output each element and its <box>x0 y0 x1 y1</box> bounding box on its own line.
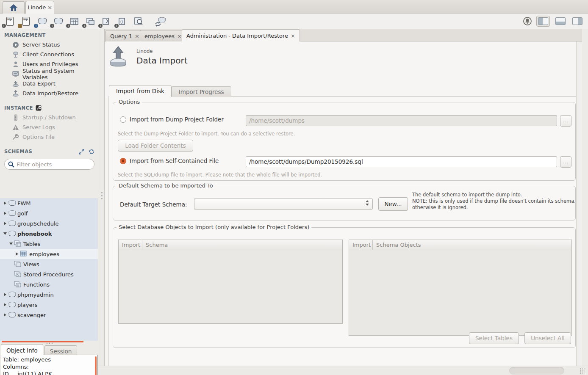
tab-object-info[interactable]: Object Info <box>1 344 43 355</box>
column-header-schema-objects[interactable]: Schema Objects <box>373 240 424 250</box>
chevron-right-icon[interactable] <box>14 252 19 256</box>
info-panel-scrollbar[interactable] <box>95 356 97 375</box>
dump-folder-input[interactable] <box>246 115 557 126</box>
close-icon[interactable]: × <box>135 33 139 39</box>
tree-item-golf[interactable]: golf <box>0 208 98 218</box>
browse-file-button[interactable]: ... <box>560 156 571 168</box>
search-table-data-icon[interactable] <box>132 16 145 27</box>
chevron-down-icon[interactable] <box>2 232 8 235</box>
tree-item-functions[interactable]: () Functions <box>0 279 98 290</box>
toggle-bottom-panel-button[interactable] <box>554 16 567 26</box>
column-header-import[interactable]: Import <box>349 240 373 250</box>
create-procedure-icon[interactable]: + <box>100 16 113 27</box>
tree-item-groupschedule[interactable]: groupSchedule <box>0 218 98 229</box>
schema-filter-input[interactable] <box>17 161 91 168</box>
schemas-header: SCHEMAS <box>0 142 99 156</box>
connection-tab[interactable]: Linode × <box>25 1 54 14</box>
toggle-right-sidebar-button[interactable] <box>571 16 584 26</box>
tab-query-1[interactable]: Query 1 × <box>105 30 144 41</box>
schema-table[interactable]: Import Schema <box>118 240 343 324</box>
notifications-icon[interactable] <box>523 17 532 26</box>
schema-objects-table[interactable]: Import Schema Objects <box>349 240 572 336</box>
default-target-schema-label: Default Target Schema: <box>120 201 187 208</box>
default-schema-note: The default schema to import the dump in… <box>412 192 576 211</box>
file-help-text: Select the SQL/dump file to import. Plea… <box>118 172 322 178</box>
objects-legend: Select Database Objects to Import (only … <box>116 224 311 230</box>
page-title: Data Import <box>136 55 188 66</box>
create-function-icon[interactable]: () + <box>116 16 129 27</box>
search-icon <box>8 161 14 168</box>
tree-item-scavenger[interactable]: scavenger <box>0 310 98 320</box>
sidebar-splitter[interactable] <box>99 29 105 366</box>
sidebar-item-client-connections[interactable]: Client Connections <box>0 50 99 59</box>
sidebar-item-startup-shutdown[interactable]: Startup / Shutdown <box>0 113 99 122</box>
chevron-right-icon[interactable] <box>2 201 8 205</box>
object-info-panel: Table: employees Columns: ID int(11) AI … <box>1 355 98 375</box>
tree-item-phonebook[interactable]: phonebook <box>0 229 98 239</box>
tab-session[interactable]: Session <box>44 345 78 355</box>
refresh-schemas-icon[interactable] <box>89 149 94 154</box>
tree-item-fwm[interactable]: FWM <box>0 198 98 208</box>
tree-item-views[interactable]: Views <box>0 259 98 269</box>
options-legend: Options <box>116 99 142 105</box>
sidebar-item-server-logs[interactable]: Server Logs <box>0 122 99 132</box>
new-sql-tab-icon[interactable]: SQL + <box>3 16 16 27</box>
import-file-radio[interactable] <box>120 158 126 164</box>
chevron-right-icon[interactable] <box>2 313 8 317</box>
browse-folder-button[interactable]: ... <box>560 115 571 127</box>
toggle-left-sidebar-button[interactable] <box>536 16 550 27</box>
default-target-schema-select[interactable] <box>194 198 373 210</box>
home-tab[interactable] <box>3 1 25 14</box>
create-schema-icon[interactable]: + <box>52 16 64 27</box>
default-schema-legend: Default Schema to be Imported To <box>116 182 215 189</box>
chevron-right-icon[interactable] <box>2 293 8 296</box>
sidebar-item-label: Server Status <box>22 41 60 48</box>
schema-inspector-icon[interactable]: i <box>36 16 48 27</box>
sidebar-item-label: Data Import/Restore <box>22 90 78 97</box>
close-icon[interactable]: × <box>177 33 182 39</box>
create-table-icon[interactable]: + <box>68 16 80 27</box>
reconnect-database-icon[interactable] <box>154 16 167 27</box>
tab-administration-data-import[interactable]: Administration - Data Import/Restore × <box>182 29 300 41</box>
tree-item-phpmyadmin[interactable]: phpmyadmin <box>0 290 98 300</box>
sidebar-item-label: Startup / Shutdown <box>22 114 76 121</box>
instance-wrench-icon <box>36 105 42 111</box>
window-resize-grip[interactable] <box>580 368 586 374</box>
sidebar-item-options-file[interactable]: Options File <box>0 132 99 142</box>
sidebar: MANAGEMENT Server Status Client Connecti… <box>0 29 99 366</box>
tab-import-from-disk[interactable]: Import from Disk <box>109 85 172 97</box>
tree-item-players[interactable]: players <box>0 300 98 310</box>
import-folder-radio[interactable] <box>120 116 126 123</box>
schema-icon <box>8 210 16 217</box>
import-file-radio-label: Import from Self-Contained File <box>130 157 219 164</box>
tree-resize-highlight <box>2 341 83 342</box>
sidebar-item-data-import-restore[interactable]: Data Import/Restore <box>0 88 99 98</box>
sidebar-item-status-system-variables[interactable]: Status and System Variables <box>0 69 99 79</box>
select-tables-button[interactable]: Select Tables <box>469 332 519 344</box>
chevron-down-icon[interactable] <box>8 243 14 245</box>
tree-item-stored-procedures[interactable]: Stored Procedures <box>0 269 98 279</box>
objects-buttons: Select Tables Unselect All <box>469 332 571 344</box>
sidebar-item-server-status[interactable]: Server Status <box>0 40 99 50</box>
column-header-import[interactable]: Import <box>119 240 142 250</box>
tree-item-tables[interactable]: Tables <box>0 239 98 249</box>
import-folder-radio-label: Import from Dump Project Folder <box>130 116 224 123</box>
unselect-all-button[interactable]: Unselect All <box>524 332 571 344</box>
tab-employees[interactable]: employees × <box>140 30 186 41</box>
import-subtabs: Import from Disk Import Progress <box>109 85 231 97</box>
close-icon[interactable]: × <box>291 33 295 39</box>
close-icon[interactable]: × <box>47 5 52 10</box>
main-vertical-scrollbar[interactable] <box>576 41 582 366</box>
chevron-right-icon[interactable] <box>2 303 8 306</box>
expand-schemas-icon[interactable] <box>79 149 84 154</box>
create-view-icon[interactable]: + <box>84 16 97 27</box>
open-sql-script-icon[interactable]: SQL <box>19 16 32 27</box>
column-header-schema[interactable]: Schema <box>142 240 171 250</box>
chevron-right-icon[interactable] <box>2 212 8 215</box>
chevron-right-icon[interactable] <box>2 222 8 225</box>
dump-file-input[interactable] <box>246 156 557 167</box>
tab-import-progress[interactable]: Import Progress <box>172 86 231 97</box>
tree-item-employees[interactable]: employees <box>0 249 98 259</box>
new-schema-button[interactable]: New... <box>378 197 408 211</box>
load-folder-contents-button[interactable]: Load Folder Contents <box>118 140 193 152</box>
